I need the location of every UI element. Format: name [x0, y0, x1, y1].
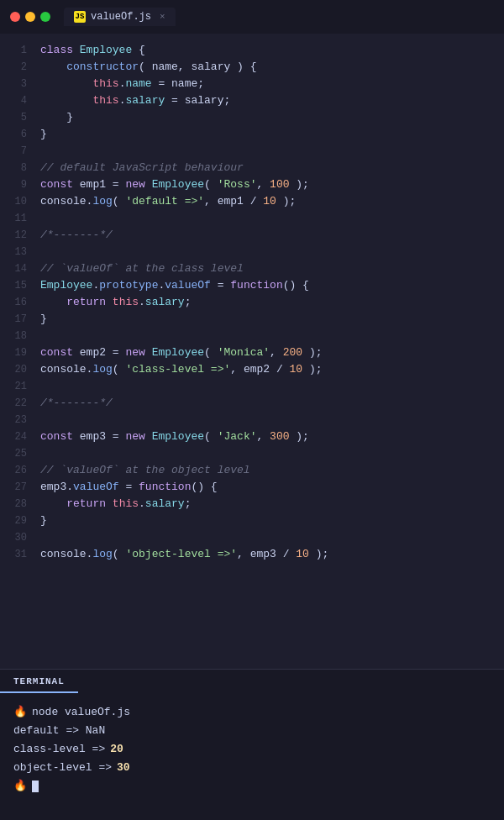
line-content: const emp3 = new Employee( 'Jack', 300 )…	[40, 428, 504, 445]
line-number: 21	[0, 378, 40, 395]
token-this-kw: this	[40, 94, 119, 107]
token-cls: Employee	[152, 178, 204, 191]
token-punct: =	[106, 430, 125, 443]
token-punct: ,	[257, 430, 270, 443]
token-comment: // `valueOf` at the object level	[40, 464, 250, 476]
terminal-line: class-level => 20	[13, 740, 491, 759]
line-number: 4	[0, 92, 40, 109]
line-content: // `valueOf` at the object level	[40, 462, 504, 479]
line-content: console.log( 'default =>', emp1 / 10 );	[40, 193, 504, 210]
terminal-line: 🔥	[13, 777, 491, 796]
line-content: // default JavaScript behaviour	[40, 160, 504, 176]
file-tab[interactable]: JS valueOf.js ×	[64, 8, 176, 26]
code-line: 14// `valueOf` at the class level	[0, 260, 504, 277]
code-line: 6}	[0, 126, 504, 143]
token-str: 'Ross'	[218, 178, 257, 191]
token-punct: );	[290, 430, 309, 443]
line-number: 10	[0, 193, 40, 210]
token-punct: (	[139, 60, 152, 73]
token-punct: ;	[197, 77, 204, 90]
token-var-name: emp3	[80, 430, 106, 443]
token-str: 'object-level =>'	[125, 548, 237, 560]
token-comment: // default JavaScript behaviour	[40, 161, 244, 174]
code-line: 25	[0, 445, 504, 462]
code-line: 2 constructor( name, salary ) {	[0, 59, 504, 76]
token-var-name: emp2	[80, 346, 106, 359]
token-var-name: emp1	[80, 178, 106, 191]
code-line: 9const emp1 = new Employee( 'Ross', 100 …	[0, 176, 504, 193]
token-var-name: emp1	[218, 195, 244, 208]
token-num: 10	[263, 195, 276, 208]
token-punct: =	[119, 481, 139, 493]
terminal-icon: 🔥	[13, 777, 27, 796]
line-number: 2	[0, 59, 40, 76]
token-fn: log	[92, 548, 112, 560]
line-content	[40, 529, 504, 546]
token-punct: );	[302, 363, 322, 376]
line-content: constructor( name, salary ) {	[40, 59, 504, 76]
line-number: 26	[0, 462, 40, 479]
token-num: 300	[270, 430, 289, 443]
token-str: 'Monica'	[218, 346, 270, 359]
token-kw: new	[125, 430, 151, 443]
token-prop: name	[125, 77, 151, 90]
terminal-cursor	[32, 781, 39, 792]
token-kw: function	[230, 279, 282, 292]
code-line: 5 }	[0, 109, 504, 126]
close-button[interactable]	[10, 12, 20, 22]
js-icon: JS	[74, 11, 86, 23]
token-fn: valueOf	[165, 279, 211, 292]
maximize-button[interactable]	[40, 12, 50, 22]
line-content: console.log( 'object-level =>', emp3 / 1…	[40, 546, 504, 563]
token-cls: Employee	[152, 346, 204, 359]
code-editor: 1class Employee {2 constructor( name, sa…	[0, 34, 504, 669]
token-punct: ) {	[230, 60, 256, 73]
code-line: 1class Employee {	[0, 42, 504, 59]
token-punct: ,	[257, 178, 270, 191]
line-number: 6	[0, 126, 40, 143]
line-content: this.name = name;	[40, 76, 504, 92]
line-content	[40, 412, 504, 428]
token-kw: new	[125, 346, 151, 359]
line-number: 11	[0, 210, 40, 227]
line-number: 8	[0, 160, 40, 176]
terminal-number: 30	[117, 759, 130, 777]
token-punct: =	[211, 279, 230, 292]
line-number: 16	[0, 294, 40, 311]
terminal-text: class-level =>	[13, 740, 105, 759]
token-punct: ,	[270, 346, 283, 359]
line-number: 9	[0, 176, 40, 193]
code-line: 30	[0, 529, 504, 546]
line-content: return this.salary;	[40, 294, 504, 311]
token-cls: Employee	[80, 44, 139, 56]
line-content: /*-------*/	[40, 395, 504, 412]
token-kw: return	[40, 296, 113, 308]
token-fn: valueOf	[73, 481, 119, 493]
line-number: 18	[0, 328, 40, 344]
code-line: 13	[0, 244, 504, 260]
line-content: // `valueOf` at the class level	[40, 260, 504, 277]
token-var-name: emp3	[40, 481, 66, 493]
token-fn: log	[92, 195, 112, 208]
code-line: 23	[0, 412, 504, 428]
token-punct: }	[40, 111, 73, 124]
minimize-button[interactable]	[25, 12, 35, 22]
token-var-kw: const	[40, 430, 80, 443]
line-content	[40, 378, 504, 395]
tab-close-icon[interactable]: ×	[160, 12, 165, 22]
terminal-line: object-level => 30	[13, 759, 491, 777]
token-punct: ;	[185, 497, 192, 510]
code-line: 16 return this.salary;	[0, 294, 504, 311]
token-var-name: console	[40, 363, 87, 376]
token-cls: Employee	[40, 279, 92, 292]
token-this-kw: this	[113, 296, 139, 308]
line-content	[40, 328, 504, 344]
code-line: 12/*-------*/	[0, 227, 504, 244]
token-punct: (	[113, 548, 126, 560]
token-num: 200	[283, 346, 302, 359]
token-punct: (	[204, 346, 218, 359]
line-number: 3	[0, 76, 40, 92]
code-line: 17}	[0, 311, 504, 328]
line-number: 15	[0, 277, 40, 294]
code-line: 15Employee.prototype.valueOf = function(…	[0, 277, 504, 294]
